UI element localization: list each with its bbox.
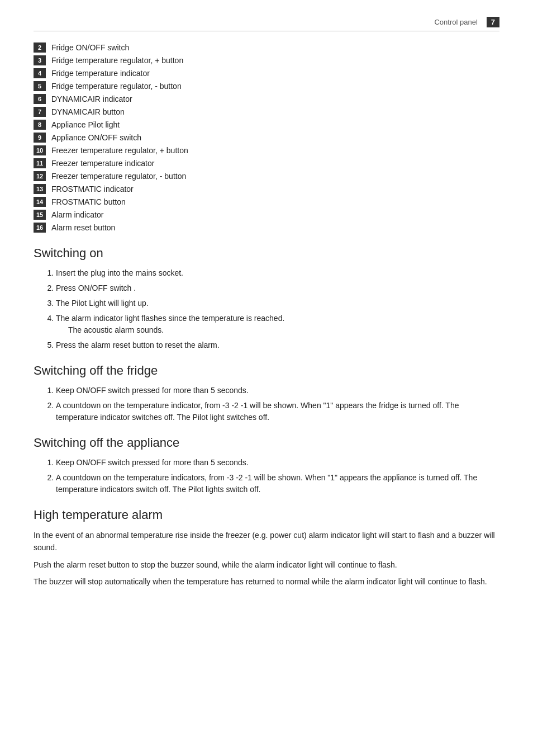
item-label: DYNAMICAIR button: [51, 107, 125, 116]
item-label: Appliance Pilot light: [51, 120, 120, 129]
list-item: A countdown on the temperature indicator…: [56, 400, 499, 423]
list-item: 15Alarm indicator: [34, 210, 499, 220]
list-item: 14FROSTMATIC button: [34, 197, 499, 207]
list-item: 11Freezer temperature indicator: [34, 158, 499, 168]
list-item: 6DYNAMICAIR indicator: [34, 94, 499, 104]
list-item: 13FROSTMATIC indicator: [34, 184, 499, 194]
list-item: 10Freezer temperature regulator, + butto…: [34, 145, 499, 155]
sub-text: The acoustic alarm sounds.: [68, 325, 164, 334]
item-label: Freezer temperature regulator, - button: [51, 172, 186, 181]
list-item: 3Fridge temperature regulator, + button: [34, 55, 499, 65]
list-item: Keep ON/OFF switch pressed for more than…: [56, 457, 499, 469]
item-badge: 13: [34, 184, 46, 194]
section-title: Switching off the appliance: [34, 436, 499, 450]
list-item: The Pilot Light will light up.: [56, 297, 499, 309]
list-item: Press ON/OFF switch .: [56, 282, 499, 294]
list-item: 7DYNAMICAIR button: [34, 107, 499, 117]
section: Switching off the applianceKeep ON/OFF s…: [34, 436, 499, 495]
page-header: Control panel 7: [34, 17, 499, 31]
item-badge: 6: [34, 94, 46, 104]
item-badge: 10: [34, 145, 46, 155]
section: High temperature alarmIn the event of an…: [34, 508, 499, 588]
item-badge: 5: [34, 81, 46, 91]
item-badge: 3: [34, 55, 46, 65]
item-badge: 15: [34, 210, 46, 220]
body-paragraph: In the event of an abnormal temperature …: [34, 529, 499, 554]
item-badge: 7: [34, 107, 46, 117]
item-label: Alarm indicator: [51, 210, 103, 219]
list-item: 2Fridge ON/OFF switch: [34, 42, 499, 53]
list-item: 8Appliance Pilot light: [34, 120, 499, 130]
item-badge: 16: [34, 223, 46, 233]
section-ordered-list: Keep ON/OFF switch pressed for more than…: [56, 457, 499, 495]
section-title: High temperature alarm: [34, 508, 499, 522]
item-badge: 11: [34, 158, 46, 168]
item-badge: 14: [34, 197, 46, 207]
item-label: Fridge temperature regulator, + button: [51, 56, 183, 65]
list-item: Keep ON/OFF switch pressed for more than…: [56, 385, 499, 396]
item-label: FROSTMATIC button: [51, 197, 126, 206]
header-title: Control panel: [434, 18, 477, 26]
item-label: DYNAMICAIR indicator: [51, 94, 132, 103]
item-badge: 8: [34, 120, 46, 130]
list-item: 4Fridge temperature indicator: [34, 68, 499, 78]
item-label: Fridge temperature indicator: [51, 69, 150, 78]
list-item: Press the alarm reset button to reset th…: [56, 339, 499, 351]
section-title: Switching off the fridge: [34, 363, 499, 378]
section-ordered-list: Insert the plug into the mains socket.Pr…: [56, 267, 499, 351]
body-paragraph: The buzzer will stop automatically when …: [34, 575, 499, 588]
list-item: 5Fridge temperature regulator, - button: [34, 81, 499, 91]
section: Switching off the fridgeKeep ON/OFF swit…: [34, 363, 499, 423]
list-item: 16Alarm reset button: [34, 223, 499, 233]
list-item: Insert the plug into the mains socket.: [56, 267, 499, 279]
list-item: A countdown on the temperature indicator…: [56, 472, 499, 495]
list-item: 9Appliance ON/OFF switch: [34, 133, 499, 143]
item-label: Alarm reset button: [51, 223, 115, 232]
item-badge: 2: [34, 42, 46, 53]
body-paragraph: Push the alarm reset button to stop the …: [34, 559, 499, 571]
control-panel-items: 2Fridge ON/OFF switch3Fridge temperature…: [34, 42, 499, 233]
item-label: Appliance ON/OFF switch: [51, 133, 141, 142]
list-item: 12Freezer temperature regulator, - butto…: [34, 171, 499, 181]
item-label: Fridge ON/OFF switch: [51, 43, 129, 52]
item-label: Fridge temperature regulator, - button: [51, 82, 182, 91]
item-label: Freezer temperature indicator: [51, 159, 154, 168]
item-badge: 9: [34, 133, 46, 143]
item-badge: 4: [34, 68, 46, 78]
item-label: Freezer temperature regulator, + button: [51, 146, 188, 155]
item-badge: 12: [34, 171, 46, 181]
section-ordered-list: Keep ON/OFF switch pressed for more than…: [56, 385, 499, 423]
header-page: 7: [487, 17, 499, 27]
list-item: The alarm indicator light flashes since …: [56, 313, 499, 336]
section-title: Switching on: [34, 246, 499, 261]
section: Switching onInsert the plug into the mai…: [34, 246, 499, 351]
item-label: FROSTMATIC indicator: [51, 185, 134, 193]
